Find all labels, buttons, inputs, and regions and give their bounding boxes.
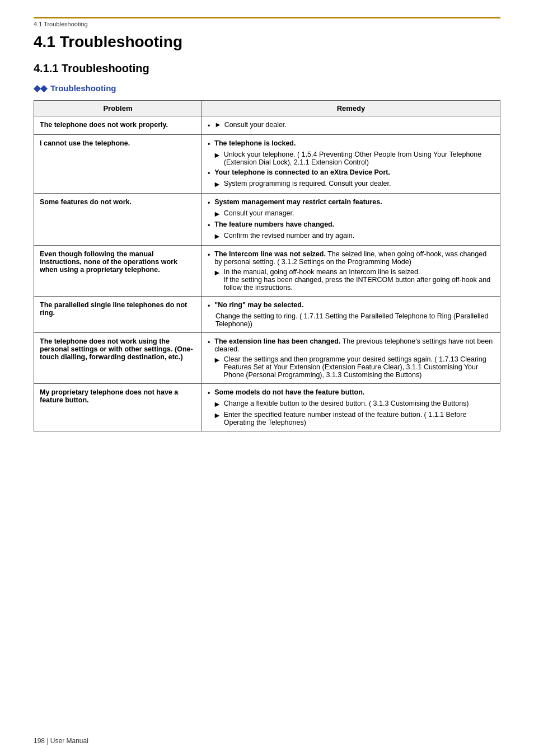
remedy-cell: •The extension line has been changed. Th… xyxy=(202,333,500,384)
table-row: I cannot use the telephone.•The telephon… xyxy=(34,135,500,194)
section-title: 4.1 Troubleshooting xyxy=(34,33,500,51)
problem-cell: The telephone does not work properly. xyxy=(34,116,202,135)
remedy-bullet-mixed: •"No ring" may be selected. xyxy=(208,301,494,310)
remedy-bullet-mixed: •The extension line has been changed. Th… xyxy=(208,337,494,353)
remedy-bullet-mixed: •Some models do not have the feature but… xyxy=(208,388,494,397)
remedy-bullet-bold: •The telephone is locked. xyxy=(208,139,494,148)
remedy-arrow-line: ►Confirm the revised number and try agai… xyxy=(213,232,494,241)
remedy-arrow-line: ►Unlock your telephone. ( 1.5.4 Preventi… xyxy=(213,151,494,166)
remedy-plain: Change the setting to ring. ( 1.7.11 Set… xyxy=(216,312,494,328)
remedy-arrow-line: ►Consult your manager. xyxy=(213,209,494,218)
remedy-arrow-line: ►In the manual, going off-hook means an … xyxy=(213,268,494,292)
troubleshooting-table: Problem Remedy The telephone does not wo… xyxy=(34,100,500,431)
diamonds-icon: ◆◆ xyxy=(34,83,47,93)
table-row: My proprietary telephone does not have a… xyxy=(34,384,500,431)
remedy-arrow-line: ►System programming is required. Consult… xyxy=(213,180,494,189)
remedy-bullet-bold: •Your telephone is connected to an eXtra… xyxy=(208,168,494,177)
table-row: The telephone does not work using the pe… xyxy=(34,333,500,384)
remedy-arrow-line: ►Enter the specified feature number inst… xyxy=(213,411,494,426)
problem-cell: I cannot use the telephone. xyxy=(34,135,202,194)
table-row: Even though following the manual instruc… xyxy=(34,246,500,297)
remedy-arrow-line: ►Change a flexible button to the desired… xyxy=(213,400,494,408)
page: 4.1 Troubleshooting 4.1 Troubleshooting … xyxy=(0,0,534,756)
page-footer: 198 | User Manual xyxy=(34,737,88,745)
subsection-title: 4.1.1 Troubleshooting xyxy=(34,62,500,75)
problem-cell: Even though following the manual instruc… xyxy=(34,246,202,297)
problem-cell: The parallelled single line telephones d… xyxy=(34,297,202,333)
remedy-cell: •The telephone is locked.►Unlock your te… xyxy=(202,135,500,194)
table-row: The parallelled single line telephones d… xyxy=(34,297,500,333)
problem-cell: Some features do not work. xyxy=(34,194,202,246)
remedy-arrow-line: ►Clear the settings and then programme y… xyxy=(213,355,494,379)
col-remedy-header: Remedy xyxy=(202,101,500,116)
problem-cell: My proprietary telephone does not have a… xyxy=(34,384,202,431)
table-row: Some features do not work.•System manage… xyxy=(34,194,500,246)
remedy-cell: •"No ring" may be selected.Change the se… xyxy=(202,297,500,333)
remedy-cell: •System management may restrict certain … xyxy=(202,194,500,246)
remedy-cell: •Some models do not have the feature but… xyxy=(202,384,500,431)
remedy-cell: •The Intercom line was not seized. The s… xyxy=(202,246,500,297)
breadcrumb: 4.1 Troubleshooting xyxy=(34,21,500,27)
table-row: The telephone does not work properly.•►C… xyxy=(34,116,500,135)
remedy-bullet-bold: •System management may restrict certain … xyxy=(208,198,494,207)
footer-label: User Manual xyxy=(50,737,88,745)
col-problem-header: Problem xyxy=(34,101,202,116)
problem-cell: The telephone does not work using the pe… xyxy=(34,333,202,384)
icon-title: ◆◆ Troubleshooting xyxy=(34,83,500,93)
remedy-bullet-bold: •The feature numbers have changed. xyxy=(208,220,494,229)
remedy-bullet-mixed: •The Intercom line was not seized. The s… xyxy=(208,250,494,266)
remedy-cell: •►Consult your dealer. xyxy=(202,116,500,135)
top-bar xyxy=(34,17,500,18)
page-number: 198 xyxy=(34,737,45,745)
remedy-arrow-item: •►Consult your dealer. xyxy=(208,121,494,130)
